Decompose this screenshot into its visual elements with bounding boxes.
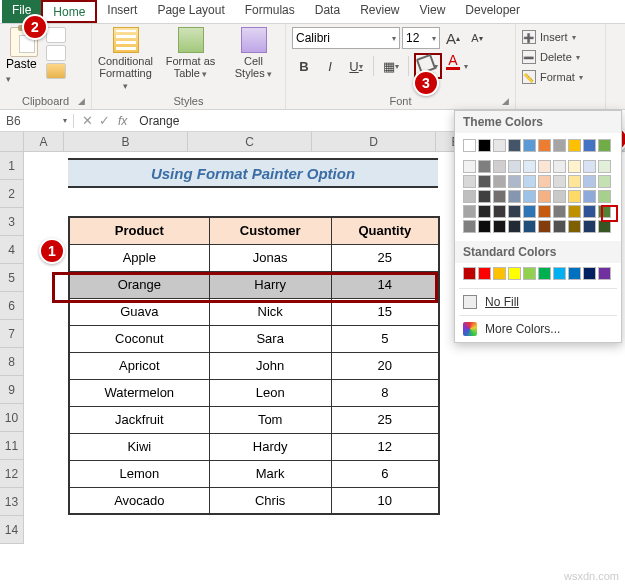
- row-header[interactable]: 3: [0, 208, 24, 236]
- table-cell[interactable]: Leon: [209, 379, 331, 406]
- color-swatch[interactable]: [463, 220, 476, 233]
- font-color-button[interactable]: A: [444, 53, 462, 79]
- color-swatch[interactable]: [523, 175, 536, 188]
- color-swatch[interactable]: [523, 220, 536, 233]
- table-cell[interactable]: Chris: [209, 487, 331, 514]
- table-cell[interactable]: Apple: [69, 244, 209, 271]
- color-swatch[interactable]: [508, 190, 521, 203]
- color-swatch[interactable]: [568, 139, 581, 152]
- font-size-select[interactable]: 12▾: [402, 27, 440, 49]
- table-cell[interactable]: 20: [331, 352, 439, 379]
- table-cell[interactable]: Sara: [209, 325, 331, 352]
- color-swatch[interactable]: [523, 139, 536, 152]
- table-cell[interactable]: Coconut: [69, 325, 209, 352]
- tab-page-layout[interactable]: Page Layout: [147, 0, 234, 23]
- color-swatch[interactable]: [553, 267, 566, 280]
- color-swatch[interactable]: [463, 190, 476, 203]
- color-swatch[interactable]: [463, 267, 476, 280]
- table-cell[interactable]: Nick: [209, 298, 331, 325]
- format-cells-button[interactable]: Format▾: [522, 67, 599, 87]
- color-swatch[interactable]: [598, 175, 611, 188]
- increase-font-button[interactable]: A▴: [442, 27, 464, 49]
- decrease-font-button[interactable]: A▾: [466, 27, 488, 49]
- row-header[interactable]: 8: [0, 348, 24, 376]
- color-swatch[interactable]: [568, 267, 581, 280]
- format-as-table-button[interactable]: Format as Table: [165, 27, 216, 91]
- color-swatch[interactable]: [583, 160, 596, 173]
- color-swatch[interactable]: [583, 267, 596, 280]
- copy-icon[interactable]: [46, 45, 66, 61]
- color-swatch[interactable]: [568, 190, 581, 203]
- color-swatch[interactable]: [508, 160, 521, 173]
- table-row[interactable]: LemonMark6: [69, 460, 439, 487]
- more-colors-item[interactable]: More Colors...: [455, 316, 621, 342]
- row-header[interactable]: 14: [0, 516, 24, 544]
- table-row[interactable]: AvocadoChris10: [69, 487, 439, 514]
- color-swatch[interactable]: [523, 267, 536, 280]
- font-name-select[interactable]: Calibri▾: [292, 27, 400, 49]
- row-header[interactable]: 10: [0, 404, 24, 432]
- bold-button[interactable]: B: [292, 54, 316, 78]
- table-cell[interactable]: Kiwi: [69, 433, 209, 460]
- color-swatch[interactable]: [598, 160, 611, 173]
- conditional-formatting-button[interactable]: Conditional Formatting: [98, 27, 153, 91]
- color-swatch[interactable]: [538, 190, 551, 203]
- table-cell[interactable]: 25: [331, 406, 439, 433]
- color-swatch[interactable]: [478, 139, 491, 152]
- table-cell[interactable]: Jackfruit: [69, 406, 209, 433]
- table-cell[interactable]: Jonas: [209, 244, 331, 271]
- table-cell[interactable]: John: [209, 352, 331, 379]
- color-swatch[interactable]: [508, 175, 521, 188]
- clipboard-launcher-icon[interactable]: ◢: [78, 96, 85, 106]
- font-launcher-icon[interactable]: ◢: [502, 96, 509, 106]
- table-row[interactable]: WatermelonLeon8: [69, 379, 439, 406]
- col-header-b[interactable]: B: [64, 132, 188, 151]
- table-cell[interactable]: Orange: [69, 271, 209, 298]
- color-swatch[interactable]: [478, 267, 491, 280]
- table-cell[interactable]: 15: [331, 298, 439, 325]
- row-header[interactable]: 7: [0, 320, 24, 348]
- color-swatch[interactable]: [463, 205, 476, 218]
- color-swatch[interactable]: [553, 190, 566, 203]
- color-swatch[interactable]: [493, 220, 506, 233]
- color-swatch[interactable]: [478, 190, 491, 203]
- th-quantity[interactable]: Quantity: [331, 217, 439, 244]
- cut-icon[interactable]: [46, 27, 66, 43]
- color-swatch[interactable]: [553, 139, 566, 152]
- table-cell[interactable]: Harry: [209, 271, 331, 298]
- table-cell[interactable]: 14: [331, 271, 439, 298]
- color-swatch[interactable]: [493, 175, 506, 188]
- color-swatch[interactable]: [598, 190, 611, 203]
- color-swatch[interactable]: [538, 205, 551, 218]
- color-swatch[interactable]: [583, 175, 596, 188]
- color-swatch[interactable]: [568, 160, 581, 173]
- color-swatch[interactable]: [493, 267, 506, 280]
- color-swatch[interactable]: [583, 190, 596, 203]
- color-swatch[interactable]: [568, 205, 581, 218]
- underline-button[interactable]: U▾: [344, 54, 368, 78]
- tab-insert[interactable]: Insert: [97, 0, 147, 23]
- table-row[interactable]: AppleJonas25: [69, 244, 439, 271]
- color-swatch[interactable]: [508, 267, 521, 280]
- table-cell[interactable]: Lemon: [69, 460, 209, 487]
- row-header[interactable]: 1: [0, 152, 24, 180]
- color-swatch[interactable]: [568, 220, 581, 233]
- table-cell[interactable]: 25: [331, 244, 439, 271]
- color-swatch[interactable]: [463, 160, 476, 173]
- color-swatch[interactable]: [478, 160, 491, 173]
- row-header[interactable]: 12: [0, 460, 24, 488]
- color-swatch[interactable]: [493, 205, 506, 218]
- color-swatch[interactable]: [493, 160, 506, 173]
- color-swatch[interactable]: [463, 139, 476, 152]
- name-box[interactable]: B6▾: [0, 114, 74, 128]
- color-swatch[interactable]: [508, 220, 521, 233]
- col-header-a[interactable]: A: [24, 132, 64, 151]
- select-all-corner[interactable]: [0, 132, 24, 151]
- cell-styles-button[interactable]: Cell Styles: [228, 27, 279, 91]
- italic-button[interactable]: I: [318, 54, 342, 78]
- th-customer[interactable]: Customer: [209, 217, 331, 244]
- color-swatch[interactable]: [508, 205, 521, 218]
- color-swatch[interactable]: [568, 175, 581, 188]
- color-swatch[interactable]: [508, 139, 521, 152]
- tab-formulas[interactable]: Formulas: [235, 0, 305, 23]
